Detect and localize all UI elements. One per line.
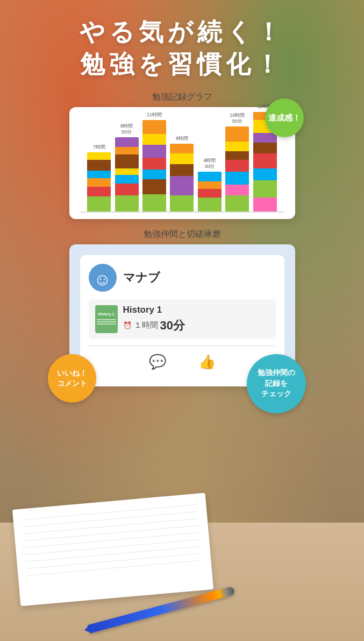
book-thumbnail: History 1 (95, 305, 118, 333)
bar-label: 7時間 (93, 144, 105, 150)
bar-label: 4時間 30分 (203, 158, 216, 170)
like-button[interactable]: 👍 (198, 354, 216, 370)
user-row: ☺ マナブ (89, 264, 276, 292)
entry-name: History 1 (123, 305, 269, 315)
comment-badge-label: いいね！コメント (57, 368, 87, 388)
bar-segment (87, 160, 111, 171)
bar-group: 10時間 50分 (225, 112, 249, 212)
bar-segment (142, 170, 166, 179)
bar-segment (170, 176, 194, 195)
bar-segment (253, 143, 277, 153)
bar-segment (225, 151, 249, 160)
bar-group: 11時間 (142, 112, 166, 212)
friends-badge: 勉強仲間の記録をチェック (247, 354, 306, 413)
bar-segment (142, 179, 166, 194)
bar-segment (115, 175, 139, 184)
comment-badge: いいね！コメント (48, 354, 96, 403)
bar-segment (170, 153, 194, 164)
bar-group: 7時間 (87, 144, 111, 212)
bar-segment (87, 196, 111, 212)
bar-label: 11時間 (147, 112, 162, 118)
bar-segment (225, 172, 249, 185)
bar-segment (253, 180, 277, 198)
social-card: ☺ マナブ History 1 History 1 ⏰ (69, 244, 295, 386)
bar-segment (115, 147, 139, 154)
book-title-small: History 1 (98, 312, 115, 316)
bar-segment (142, 120, 166, 134)
bar (170, 144, 194, 212)
bar-segment (142, 158, 166, 170)
bar-group: 4時間 30分 (198, 158, 222, 212)
bar-segment (225, 142, 249, 151)
bar-segment (87, 152, 111, 160)
achievement-label: 達成感！ (268, 113, 301, 123)
comment-button[interactable]: 💬 (149, 354, 166, 370)
time-suffix: 30分 (160, 318, 185, 334)
bar-segment (115, 168, 139, 175)
bar-label: 10時間 50分 (230, 112, 245, 124)
social-section-label: 勉強仲間と切磋琢磨 (144, 229, 221, 240)
bar (225, 126, 249, 212)
avatar: ☺ (89, 264, 117, 292)
bar-segment (170, 195, 194, 212)
bar-segment (115, 184, 139, 195)
actions-row: 💬 👍 (89, 346, 276, 378)
bar-segment (225, 195, 249, 212)
bar-group: 8時間 50分 (115, 123, 139, 212)
entry-info: History 1 ⏰ １時間30分 (123, 305, 269, 334)
bar-segment (87, 171, 111, 178)
bar-segment (87, 187, 111, 196)
achievement-badge: 達成感！ (265, 98, 304, 137)
bar-segment (253, 198, 277, 212)
bar (87, 152, 111, 212)
bar-segment (170, 164, 194, 176)
entry-time: ⏰ １時間30分 (123, 318, 269, 334)
bar-segment (115, 154, 139, 168)
bar-segment (198, 172, 222, 181)
bar-segment (170, 144, 194, 153)
bar-segment (225, 160, 249, 172)
bar-segment (198, 198, 222, 212)
hero-line2: 勉強を習慣化！ (80, 48, 285, 81)
notebook (12, 493, 213, 607)
bar-chart: 7時間8時間 50分11時間8時間4時間 30分10時間 50分12時間 (80, 116, 284, 213)
bar-segment (87, 178, 111, 187)
bar-segment (225, 185, 249, 195)
graph-card: 達成感！ 7時間8時間 50分11時間8時間4時間 30分10時間 50分12時… (69, 107, 295, 219)
hero-title: やる気が続く！ 勉強を習慣化！ (80, 16, 285, 81)
study-entry: History 1 History 1 ⏰ １時間30分 (89, 299, 276, 339)
friends-badge-label: 勉強仲間の記録をチェック (258, 368, 295, 399)
bar (115, 137, 139, 212)
bar-segment (142, 145, 166, 158)
bar-segment (142, 134, 166, 145)
username: マナブ (123, 270, 160, 286)
bar-label: 8時間 (176, 136, 188, 142)
bar-segment (115, 195, 139, 212)
bar-segment (253, 168, 277, 180)
bar-segment (198, 181, 222, 189)
bar-group: 8時間 (170, 136, 194, 212)
avatar-icon: ☺ (94, 270, 111, 290)
hero-line1: やる気が続く！ (80, 16, 285, 48)
bar (142, 120, 166, 212)
bar-segment (115, 137, 139, 147)
bar-segment (198, 189, 222, 198)
bar-segment (253, 153, 277, 168)
graph-section-label: 勉強記録グラフ (152, 91, 212, 103)
bar-segment (225, 126, 249, 142)
bar-label: 8時間 50分 (120, 123, 133, 135)
bar (198, 172, 222, 212)
bar-segment (253, 133, 277, 143)
bar-segment (142, 194, 166, 212)
time-prefix: １時間 (134, 320, 158, 330)
clock-icon: ⏰ (123, 321, 132, 329)
